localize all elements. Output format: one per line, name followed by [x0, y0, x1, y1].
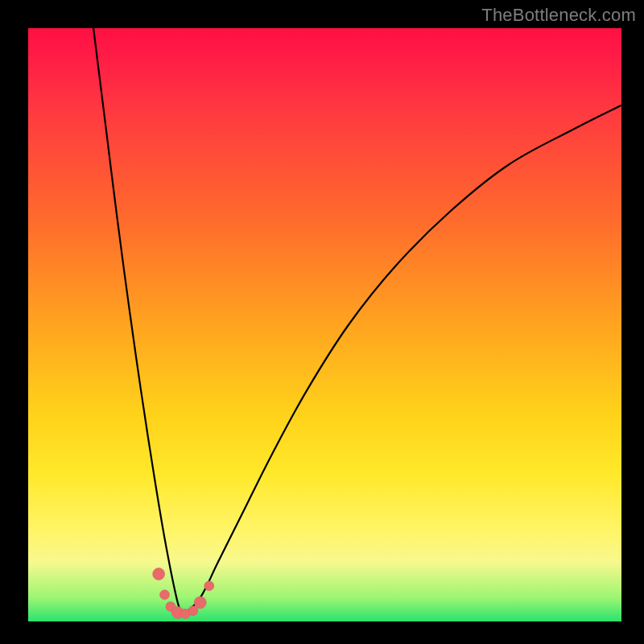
trough-marker — [194, 597, 206, 609]
trough-markers — [153, 568, 214, 619]
curve-layer — [28, 28, 621, 621]
curve-right — [183, 105, 621, 616]
watermark-text: TheBottleneck.com — [481, 5, 636, 26]
trough-marker — [204, 581, 214, 591]
plot-area — [28, 28, 621, 621]
trough-marker — [153, 568, 165, 580]
chart-frame: TheBottleneck.com — [0, 0, 644, 644]
trough-marker — [160, 590, 170, 600]
curve-left — [93, 28, 183, 616]
